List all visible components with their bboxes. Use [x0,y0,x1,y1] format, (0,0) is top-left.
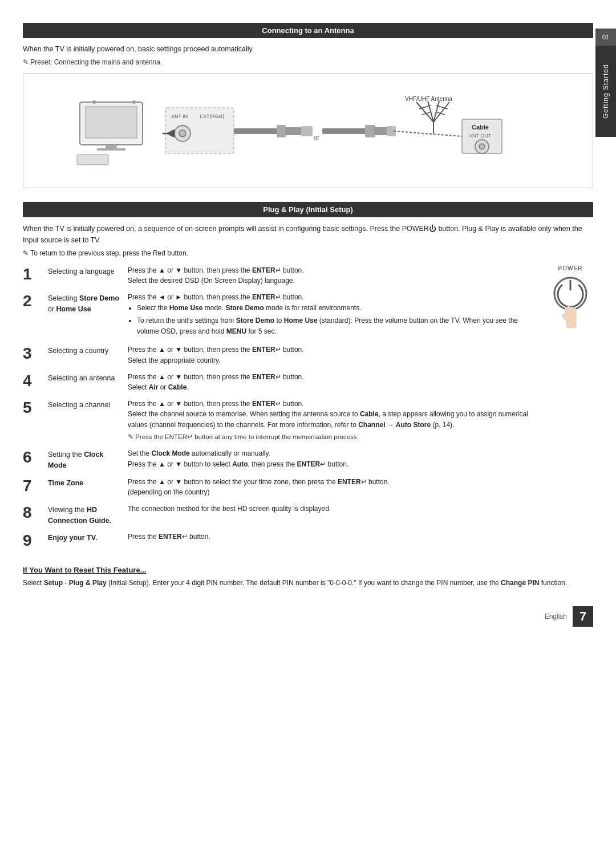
step-desc-2: Press the ◄ or ► button, then press the … [128,292,538,339]
step-label-7: Time Zone [48,477,128,489]
step-num-9: 9 [23,532,43,549]
svg-point-2 [92,100,96,104]
step-row-7: 7 Time Zone Press the ▲ or ▼ button to s… [23,477,538,498]
step-desc-3: Press the ▲ or ▼ button, then press the … [128,344,538,366]
reset-title: If You Want to Reset This Feature... [23,566,593,574]
step-label-5: Selecting a channel [48,399,128,411]
svg-rect-5 [97,148,125,151]
svg-point-36 [479,144,485,149]
svg-rect-19 [365,125,375,137]
svg-text:ANT OUT: ANT OUT [469,133,492,139]
step-num-3: 3 [23,344,43,362]
steps-table: 1 Selecting a language Press the ▲ or ▼ … [23,265,538,555]
svg-line-37 [394,131,462,136]
steps-area: 1 Selecting a language Press the ▲ or ▼ … [23,265,593,555]
svg-rect-1 [86,107,137,138]
antenna-preset: Preset: Connecting the mains and antenna… [23,58,593,66]
step-label-2: Selecting Store Demoor Home Use [48,292,128,315]
power-label: POWER [558,265,583,271]
svg-rect-20 [374,127,388,135]
page-footer: English 7 [23,606,593,627]
antenna-section-header: Connecting to an Antenna [23,23,593,38]
step-label-6: Setting the ClockMode [48,448,128,471]
antenna-intro: When the TV is initially powered on, bas… [23,44,593,55]
step-label-9: Enjoy your TV. [48,532,128,543]
svg-rect-13 [234,128,279,134]
step-num-6: 6 [23,448,43,465]
step-desc-7: Press the ▲ or ▼ button to select the yo… [128,477,538,498]
step-num-7: 7 [23,477,43,494]
svg-text:VHF/UHF Antenna: VHF/UHF Antenna [405,96,452,102]
step-num-8: 8 [23,504,43,521]
side-tab-getting-started: Getting Started [595,46,616,137]
svg-text:Cable: Cable [472,124,489,131]
step-num-4: 4 [23,372,43,389]
step-row-5: 5 Selecting a channel Press the ▲ or ▼ b… [23,399,538,443]
svg-rect-4 [106,145,117,148]
step-num-2: 2 [23,292,43,309]
svg-point-3 [132,100,136,104]
step-row-9: 9 Enjoy your TV. Press the ENTER↵ button… [23,532,538,549]
step-num-1: 1 [23,265,43,282]
reset-text: Select Setup - Plug & Play (Initial Setu… [23,578,593,589]
plug-note: To return to the previous step, press th… [23,249,593,257]
step-desc-6: Set the Clock Mode automatically or manu… [128,448,538,469]
svg-point-11 [179,130,186,137]
step-num-5: 5 [23,399,43,416]
step-desc-9: Press the ENTER↵ button. [128,532,538,542]
step-row-3: 3 Selecting a country Press the ▲ or ▼ b… [23,344,538,366]
antenna-diagram: ANT IN EXT(RGB) or [23,73,593,188]
svg-text:or: or [314,134,319,141]
svg-rect-15 [285,127,302,135]
reset-section: If You Want to Reset This Feature... Sel… [23,566,593,589]
step-desc-1: Press the ▲ or ▼ button, then press the … [128,265,538,286]
step-row-1: 1 Selecting a language Press the ▲ or ▼ … [23,265,538,286]
step-row-6: 6 Setting the ClockMode Set the Clock Mo… [23,448,538,471]
svg-rect-14 [277,125,286,137]
step-desc-8: The connection method for the best HD sc… [128,504,538,514]
step-label-3: Selecting a country [48,344,128,356]
step-label-8: Viewing the HDConnection Guide. [48,504,128,526]
step-label-4: Selecting an antenna [48,372,128,384]
step-desc-4: Press the ▲ or ▼ button, then press the … [128,372,538,393]
svg-text:EXT(RGB): EXT(RGB) [200,113,224,119]
svg-rect-6 [77,155,108,165]
svg-rect-18 [322,128,368,134]
step-desc-5: Press the ▲ or ▼ button, then press the … [128,399,538,443]
svg-text:ANT IN: ANT IN [171,113,188,119]
plug-section-header: Plug & Play (Initial Setup) [23,202,593,217]
side-tab-number: 01 [595,29,616,46]
footer-language: English [545,612,567,620]
step-label-1: Selecting a language [48,265,128,277]
step-row-2: 2 Selecting Store Demoor Home Use Press … [23,292,538,339]
footer-page-number: 7 [573,606,593,627]
side-tab-label: Getting Started [602,64,610,119]
svg-rect-16 [301,126,313,136]
power-illustration: POWER [548,265,593,555]
antenna-diagram-svg: ANT IN EXT(RGB) or [63,91,553,171]
step-row-8: 8 Viewing the HDConnection Guide. The co… [23,504,538,526]
plug-intro: When the TV is initially powered on, a s… [23,223,593,246]
step-row-4: 4 Selecting an antenna Press the ▲ or ▼ … [23,372,538,393]
power-button-svg [549,274,592,342]
